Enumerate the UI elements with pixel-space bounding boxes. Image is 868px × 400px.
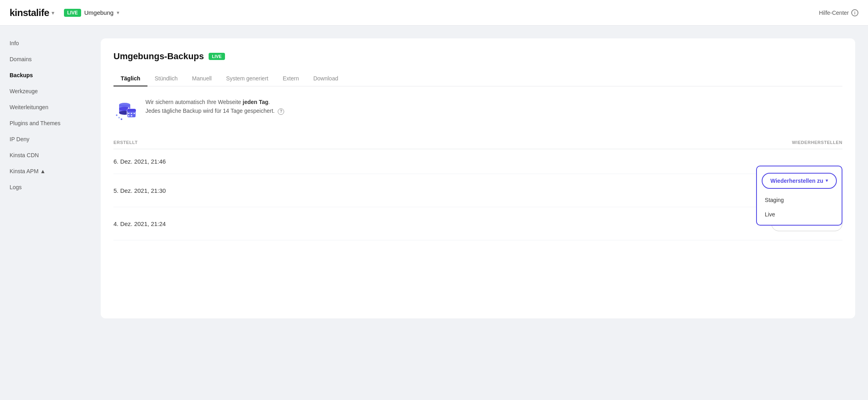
- sidebar-item-werkzeuge[interactable]: Werkzeuge: [0, 83, 88, 99]
- info-line1-prefix: Wir sichern automatisch Ihre Webseite: [145, 99, 243, 105]
- svg-rect-10: [128, 113, 129, 114]
- info-section: Wir sichern automatisch Ihre Webseite je…: [113, 98, 842, 123]
- restore-btn-label: Wiederherstellen zu: [770, 178, 823, 184]
- content-card: Umgebungs-Backups LIVE Täglich Stündlich…: [101, 38, 855, 318]
- backup-row-3: 4. Dez. 2021, 21:24 Wiederherstellen zu …: [113, 207, 842, 240]
- sidebar-item-weiterleitungen[interactable]: Weiterleitungen: [0, 99, 88, 115]
- sidebar-item-logs[interactable]: Logs: [0, 179, 88, 195]
- backup-date-3: 4. Dez. 2021, 21:24: [113, 220, 166, 227]
- env-selector[interactable]: LIVE Umgebung ▾: [64, 9, 119, 17]
- svg-rect-13: [128, 115, 129, 116]
- col-erstellt-label: ERSTELLT: [113, 140, 137, 145]
- col-wiederherstellen-label: WIEDERHERSTELLEN: [792, 140, 842, 145]
- svg-point-16: [121, 118, 122, 120]
- restore-dropdown-1: Wiederherstellen zu ▾ Staging Live: [756, 166, 842, 226]
- top-header: kinstalife ▾ LIVE Umgebung ▾ Hilfe-Cente…: [0, 0, 868, 26]
- svg-rect-7: [127, 110, 136, 112]
- info-line1-bold: jeden Tag: [243, 99, 268, 105]
- info-tooltip-icon[interactable]: ?: [278, 108, 284, 115]
- help-icon: i: [851, 9, 858, 16]
- tab-extern[interactable]: Extern: [275, 71, 306, 86]
- content-area: Umgebungs-Backups LIVE Täglich Stündlich…: [88, 26, 868, 400]
- tab-manuell[interactable]: Manuell: [185, 71, 219, 86]
- svg-rect-12: [133, 113, 135, 114]
- help-center-button[interactable]: Hilfe-Center i: [819, 9, 858, 16]
- sidebar-item-plugins-themes[interactable]: Plugins and Themes: [0, 115, 88, 131]
- svg-point-15: [118, 117, 120, 118]
- backup-row-2: 5. Dez. 2021, 21:30 Wiederherstellen zu …: [113, 174, 842, 207]
- help-center-label: Hilfe-Center: [819, 10, 849, 16]
- tabs-bar: Täglich Stündlich Manuell System generie…: [113, 71, 842, 86]
- logo-chevron-icon: ▾: [52, 10, 54, 16]
- env-name: Umgebung: [84, 9, 113, 16]
- sidebar-item-backups[interactable]: Backups: [0, 67, 88, 83]
- restore-chevron-icon: ▾: [826, 178, 828, 183]
- sidebar-item-kinsta-apm[interactable]: Kinsta APM ▲: [0, 163, 88, 179]
- tab-taeglich[interactable]: Täglich: [113, 71, 147, 86]
- info-line2: Jedes tägliche Backup wird für 14 Tage g…: [145, 108, 275, 114]
- sidebar-item-domains[interactable]: Domains: [0, 51, 88, 67]
- page-title: Umgebungs-Backups: [113, 51, 204, 62]
- tab-system-generiert[interactable]: System generiert: [219, 71, 276, 86]
- dropdown-btn-row: Wiederherstellen zu ▾: [757, 171, 842, 193]
- env-chevron-icon: ▾: [117, 10, 119, 16]
- table-header: ERSTELLT WIEDERHERSTELLEN: [113, 136, 842, 149]
- live-badge: LIVE: [64, 9, 81, 17]
- backup-date-1: 6. Dez. 2021, 21:46: [113, 158, 166, 165]
- backup-date-2: 5. Dez. 2021, 21:30: [113, 187, 166, 194]
- svg-point-9: [134, 108, 135, 109]
- tab-stuendlich[interactable]: Stündlich: [147, 71, 185, 86]
- main-layout: Info Domains Backups Werkzeuge Weiterlei…: [0, 26, 868, 400]
- dropdown-option-live[interactable]: Live: [757, 207, 842, 222]
- dropdown-option-staging[interactable]: Staging: [757, 193, 842, 207]
- svg-point-17: [116, 114, 117, 116]
- logo: kinstalife: [10, 7, 49, 18]
- backup-row-1: 6. Dez. 2021, 21:46 Wiederherstellen zu …: [113, 149, 842, 174]
- info-line1-suffix: .: [269, 99, 270, 105]
- sidebar-item-ip-deny[interactable]: IP Deny: [0, 131, 88, 147]
- svg-rect-11: [131, 113, 132, 114]
- info-text: Wir sichern automatisch Ihre Webseite je…: [145, 98, 284, 116]
- page-live-badge: LIVE: [209, 53, 225, 60]
- sidebar-item-info[interactable]: Info: [0, 35, 88, 51]
- sidebar-item-kinsta-cdn[interactable]: Kinsta CDN: [0, 147, 88, 163]
- backup-illustration: [113, 98, 139, 123]
- svg-rect-14: [131, 115, 132, 116]
- tab-download[interactable]: Download: [306, 71, 345, 86]
- sidebar: Info Domains Backups Werkzeuge Weiterlei…: [0, 26, 88, 400]
- svg-point-8: [128, 108, 129, 109]
- restore-button-active[interactable]: Wiederherstellen zu ▾: [762, 173, 837, 189]
- page-heading: Umgebungs-Backups LIVE: [113, 51, 842, 62]
